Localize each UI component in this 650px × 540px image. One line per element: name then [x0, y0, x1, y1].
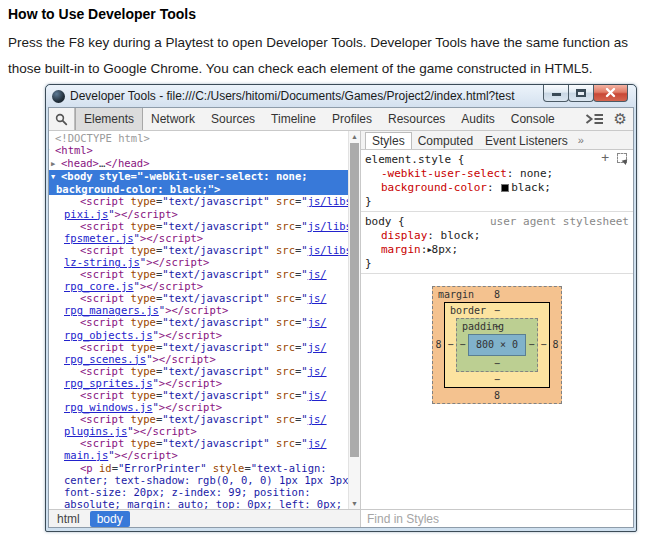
script-src-link[interactable]: js/: [308, 316, 327, 328]
tab-elements[interactable]: Elements: [75, 108, 143, 130]
css-property-value[interactable]: block;: [441, 229, 481, 242]
dom-tree-line[interactable]: fpsmeter.js"></script>: [49, 232, 348, 244]
console-drawer-icon[interactable]: [585, 113, 604, 125]
dom-tree-line[interactable]: <p id="ErrorPrinter" style="text-align:: [49, 462, 348, 474]
css-property-name[interactable]: -webkit-user-select: [381, 167, 507, 180]
script-src-link[interactable]: rpg_windows.js: [64, 401, 153, 413]
dom-tree-line-selected[interactable]: background-color: black;">: [49, 183, 348, 195]
border-top-value[interactable]: −: [445, 304, 549, 318]
script-src-link[interactable]: rpg_sprites.js: [64, 377, 153, 389]
find-input[interactable]: [367, 512, 625, 526]
dom-tree-line[interactable]: <script type="text/javascript" src="js/: [49, 341, 348, 353]
dom-tree-line[interactable]: ▶<head>…</head>: [49, 157, 348, 170]
script-src-link[interactable]: pixi.js: [64, 208, 108, 220]
expand-arrow-icon[interactable]: ▶: [51, 158, 61, 170]
toggle-element-state-button[interactable]: [617, 153, 627, 163]
script-src-link[interactable]: rpg_scenes.js: [64, 353, 146, 365]
tab-timeline[interactable]: Timeline: [263, 108, 324, 130]
dom-tree-line[interactable]: <script type="text/javascript" src="js/l…: [49, 220, 348, 232]
dom-tree-line[interactable]: rpg_objects.js"></script>: [49, 329, 348, 341]
script-src-link[interactable]: lz-string.js: [64, 256, 140, 268]
margin-top-value[interactable]: 8: [433, 288, 561, 302]
margin-bottom-value[interactable]: 8: [433, 388, 561, 403]
sidebar-tab-computed[interactable]: Computed: [412, 132, 479, 149]
close-button[interactable]: [593, 85, 628, 102]
script-src-link[interactable]: js/: [308, 365, 327, 377]
tab-audits[interactable]: Audits: [453, 108, 502, 130]
script-src-link[interactable]: js/: [308, 413, 327, 425]
dom-tree-line[interactable]: <script type="text/javascript" src="js/: [49, 413, 348, 425]
minimize-button[interactable]: [543, 85, 569, 102]
padding-right-value[interactable]: −: [526, 338, 537, 352]
overflow-chevron-icon[interactable]: »: [574, 131, 588, 149]
margin-box[interactable]: margin 8 8 border −: [432, 286, 562, 404]
script-src-link[interactable]: js/: [308, 292, 327, 304]
css-property-value[interactable]: black;: [511, 181, 551, 194]
dom-tree-line[interactable]: <script type="text/javascript" src="js/: [49, 365, 348, 377]
dom-tree-line[interactable]: main.js"></script>: [49, 449, 348, 461]
dom-tree-line[interactable]: font-size: 20px; z-index: 99; position:: [49, 486, 348, 498]
css-property-name[interactable]: display: [381, 229, 427, 242]
script-src-link[interactable]: js/: [308, 268, 327, 280]
css-property-value[interactable]: 8px;: [432, 243, 459, 256]
script-src-link[interactable]: rpg_objects.js: [64, 329, 153, 341]
border-bottom-value[interactable]: −: [445, 372, 549, 387]
dom-tree-line[interactable]: <script type="text/javascript" src="js/: [49, 389, 348, 401]
dom-tree-line[interactable]: <script type="text/javascript" src="js/l…: [49, 195, 348, 207]
script-src-link[interactable]: fpsmeter.js: [64, 232, 134, 244]
settings-icon[interactable]: ⚙: [614, 112, 627, 127]
margin-left-value[interactable]: 8: [433, 338, 444, 352]
css-selector[interactable]: element.style {: [365, 153, 464, 167]
scrollbar-thumb[interactable]: [350, 143, 359, 457]
dom-tree-line[interactable]: rpg_core.js"></script>: [49, 280, 348, 292]
padding-bottom-value[interactable]: −: [457, 356, 537, 371]
css-property-value[interactable]: none;: [520, 167, 553, 180]
script-src-link[interactable]: js/: [308, 437, 327, 449]
script-src-link[interactable]: js/: [308, 389, 327, 401]
dom-tree-line[interactable]: <!DOCTYPE html>: [49, 132, 348, 144]
dom-tree-line[interactable]: plugins.js"></script>: [49, 425, 348, 437]
search-icon[interactable]: [49, 108, 75, 130]
breadcrumb-body[interactable]: body: [90, 511, 130, 527]
tab-console[interactable]: Console: [503, 108, 563, 130]
border-left-value[interactable]: −: [445, 338, 456, 352]
dom-tree-line[interactable]: rpg_sprites.js"></script>: [49, 377, 348, 389]
script-src-link[interactable]: js/libs/: [308, 195, 348, 207]
tab-network[interactable]: Network: [143, 108, 203, 130]
dom-tree-line[interactable]: lz-string.js"></script>: [49, 256, 348, 268]
tab-profiles[interactable]: Profiles: [324, 108, 380, 130]
dom-tree-line[interactable]: center; text-shadow: rgb(0, 0, 0) 1px 1p…: [49, 474, 348, 486]
scroll-down-arrow-icon[interactable]: ▼: [349, 500, 360, 507]
script-src-link[interactable]: plugins.js: [64, 425, 127, 437]
border-right-value[interactable]: −: [538, 338, 549, 352]
padding-box[interactable]: padding − − 800 × 0: [456, 318, 538, 372]
script-src-link[interactable]: main.js: [64, 449, 108, 461]
dom-tree-line[interactable]: <script type="text/javascript" src="js/l…: [49, 244, 348, 256]
sidebar-tab-styles[interactable]: Styles: [365, 132, 412, 149]
dom-tree-line-selected[interactable]: ▼<body style="-webkit-user-select: none;: [49, 170, 348, 183]
content-box[interactable]: 800 × 0: [468, 334, 526, 356]
maximize-button[interactable]: [568, 85, 594, 102]
tab-sources[interactable]: Sources: [203, 108, 263, 130]
window-titlebar[interactable]: Developer Tools - file:///C:/Users/hitom…: [46, 85, 636, 107]
breadcrumb-html[interactable]: html: [57, 512, 80, 526]
padding-left-value[interactable]: −: [457, 338, 468, 352]
script-src-link[interactable]: js/libs/: [308, 244, 348, 256]
dom-tree-line[interactable]: <script type="text/javascript" src="js/: [49, 316, 348, 328]
collapse-arrow-icon[interactable]: ▼: [51, 171, 61, 183]
dom-tree-line[interactable]: <script type="text/javascript" src="js/: [49, 437, 348, 449]
dom-tree-line[interactable]: pixi.js"></script>: [49, 208, 348, 220]
css-selector[interactable]: body {: [365, 215, 405, 229]
color-swatch[interactable]: [501, 184, 509, 192]
dom-tree-line[interactable]: absolute; margin: auto; top: 0px; left: …: [49, 498, 348, 509]
css-property-name[interactable]: background-color: [381, 181, 487, 194]
script-src-link[interactable]: rpg_core.js: [64, 280, 134, 292]
margin-right-value[interactable]: 8: [550, 338, 561, 352]
dom-tree-line[interactable]: rpg_managers.js"></script>: [49, 304, 348, 316]
box-model[interactable]: margin 8 8 border −: [432, 286, 562, 404]
script-src-link[interactable]: js/: [308, 341, 327, 353]
scroll-up-arrow-icon[interactable]: ▲: [349, 133, 360, 140]
script-src-link[interactable]: js/libs/: [308, 220, 348, 232]
dom-tree-line[interactable]: ▼<html>: [49, 144, 348, 157]
dom-tree-line[interactable]: <script type="text/javascript" src="js/: [49, 292, 348, 304]
